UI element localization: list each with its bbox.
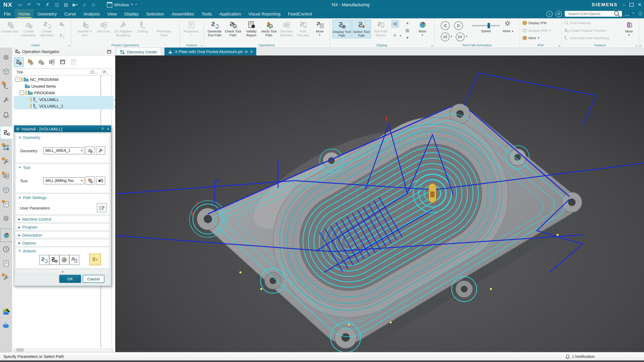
mic-icon[interactable]: ♫ (82, 2, 87, 7)
copy-icon[interactable]: ◫ (54, 2, 59, 7)
simulate-machine-button[interactable]: Simulate Machine (277, 20, 296, 37)
speaker-icon[interactable]: ◇ (91, 2, 96, 7)
sidebar-item-templates[interactable] (0, 184, 12, 196)
program-order-view-button[interactable] (14, 57, 24, 67)
crosshair-icon[interactable]: + (392, 32, 398, 38)
tool-path-report-button[interactable]: Tool Path Report (372, 20, 390, 37)
show-3d-tool-toggle[interactable] (392, 20, 399, 27)
analyze-ipw-button[interactable]: Analyze IPW ▼ (522, 27, 551, 34)
speed-slider-handle[interactable] (488, 23, 490, 28)
command-search[interactable] (565, 11, 622, 17)
dialog-collapse-strip[interactable]: ▲ (16, 269, 110, 274)
column-path[interactable]: P... (102, 70, 114, 74)
sidebar-item-web-browser[interactable] (0, 229, 12, 242)
insert-gallery-icon[interactable] (58, 21, 65, 27)
collapse-icon[interactable]: − (20, 90, 24, 95)
restore-button[interactable] (630, 3, 634, 6)
menu-assemblies[interactable]: Assemblies (168, 9, 198, 18)
display-more-button[interactable]: More ▼ (414, 20, 431, 37)
dialog-title-bar[interactable]: ⚙ Volumill - [VOLUMILL] (14, 126, 111, 132)
menu-home[interactable]: Home (14, 9, 34, 18)
sidebar-item-visual-reports[interactable] (0, 198, 12, 210)
speed-slider[interactable] (472, 25, 500, 26)
dropdown-dot-icon[interactable]: ● (466, 35, 467, 37)
machine-control-section[interactable]: ▶ Machine Control (16, 215, 110, 223)
fullscreen-icon[interactable]: ⌞⌟ (625, 11, 629, 16)
sidebar-item-process-assistant[interactable] (0, 155, 12, 168)
paste-icon[interactable]: ▤ (63, 2, 68, 7)
sidebar-item-constraint-navigator[interactable] (0, 65, 12, 78)
sidebar-item-machining-wizards[interactable] (0, 141, 12, 153)
save-icon[interactable]: ▭ (17, 2, 23, 7)
machine-tool-view-button[interactable] (26, 57, 35, 66)
menu-display[interactable]: Display (120, 9, 142, 18)
generate-highlighted-button[interactable] (89, 254, 101, 265)
menu-selection[interactable]: Selection (142, 9, 168, 18)
dialog-help-button[interactable]: ? (101, 127, 104, 131)
display-ipw-button[interactable]: Display IPW (522, 20, 547, 26)
level-down-icon[interactable]: ▼ (404, 34, 411, 41)
menu-application[interactable]: Application (216, 9, 244, 18)
level-up-icon[interactable]: ▲ (404, 19, 411, 26)
program-section[interactable]: ▶ Program (16, 223, 110, 231)
menu-analysis[interactable]: Analysis (80, 9, 104, 18)
sidebar-item-system-materials[interactable] (0, 257, 12, 270)
find-features-button[interactable]: Find Features (564, 20, 591, 26)
adaptive-roughing-button[interactable]: 3D Adaptive Roughing (113, 20, 134, 37)
undock-panel-icon[interactable] (106, 49, 112, 54)
tab-discovery-center[interactable]: Discovery Center (116, 47, 161, 56)
insert-gallery2-icon[interactable] (58, 32, 65, 39)
dialog-close-button[interactable]: × (107, 127, 109, 131)
display-tool-path-button[interactable]: Display Tool Path (332, 20, 352, 38)
create-feature-process-button[interactable]: Create Feature Process (564, 27, 606, 34)
replay-action-button[interactable] (49, 255, 59, 265)
create-geometry-button[interactable]: Create Geometry (19, 20, 38, 37)
properties-button[interactable]: Properties ▼ (182, 20, 200, 37)
verify-action-button[interactable] (59, 255, 69, 265)
play-backward-button[interactable] (441, 21, 450, 30)
create-operation-button[interactable]: Create Operation (38, 20, 56, 37)
perimeter-face-button[interactable]: Perimeter Face (154, 20, 174, 37)
menu-visual-reporting[interactable]: Visual Reporting (245, 9, 284, 18)
validity-report-button[interactable]: Validity Report (242, 20, 260, 37)
community-icon[interactable]: ☺ (546, 10, 553, 17)
close-tab-icon[interactable]: ✕ (250, 49, 253, 54)
help-center-icon[interactable]: ⚙ (556, 10, 562, 17)
tree-row-unused-items[interactable]: Unused Items (14, 82, 114, 89)
tool-combo[interactable]: MILL (Milling Too ▼ (44, 177, 84, 184)
sidebar-item-hd3d-tools[interactable] (0, 212, 12, 224)
tab-part-file[interactable]: X Plate with Oval Pocket Aluminum.prt ⊘ … (164, 47, 256, 55)
sidebar-item-assembly-navigator[interactable] (0, 51, 12, 63)
navigator-horizontal-scrollbar[interactable]: ‹ › (14, 348, 114, 352)
menu-curve[interactable]: Curve (60, 9, 80, 18)
edit-geometry-button[interactable] (96, 146, 105, 155)
close-button[interactable]: ✕ (638, 2, 642, 7)
tree-row-volumill[interactable]: VOLUMILL ✓ (14, 96, 114, 103)
play-dropdown-icon[interactable]: ▶• (72, 2, 78, 7)
sidebar-item-tool-library[interactable] (0, 169, 12, 182)
3d-part-view[interactable] (115, 55, 644, 353)
verify-tool-path-button[interactable]: Verify Tool Path (260, 20, 278, 37)
edit-user-parameters-button[interactable] (97, 203, 107, 212)
list-action-button[interactable] (69, 255, 79, 265)
path-settings-section-header[interactable]: ▼ Path Settings (16, 194, 109, 200)
cut-icon[interactable]: ✗ (45, 2, 50, 7)
group-dialog-launcher-icon[interactable]: ▼ (558, 45, 561, 47)
new-tool-button[interactable] (86, 176, 95, 185)
operations-more-button[interactable]: More ▼ (312, 20, 327, 37)
tree-row-nc-program[interactable]: − NC_PROGRAM (14, 76, 114, 83)
actions-section-header[interactable]: ▼ Actions (16, 247, 109, 253)
window-menu[interactable]: Window ▼ ▼ (107, 2, 137, 7)
feature-more-button[interactable]: More ▼ (622, 20, 636, 37)
tree-row-program[interactable]: − PROGRAM (14, 89, 114, 96)
undo-icon[interactable]: ↶ (26, 2, 32, 7)
tool-section-header[interactable]: ▼ Tool (16, 164, 109, 170)
minimize-button[interactable]: – (623, 2, 625, 7)
ipw-more-button[interactable]: More ▼ (522, 34, 540, 41)
sidebar-item-roles[interactable] (0, 305, 12, 318)
sidebar-item-history[interactable] (0, 243, 12, 255)
generate-tool-path-button[interactable]: Generate Tool Path (206, 20, 224, 37)
automatic-hole-machining-button[interactable]: Automatic Hole Machining (564, 34, 609, 41)
scrollbar-thumb[interactable] (16, 348, 24, 352)
minimize-ribbon-icon[interactable]: ⌃ (632, 11, 635, 16)
